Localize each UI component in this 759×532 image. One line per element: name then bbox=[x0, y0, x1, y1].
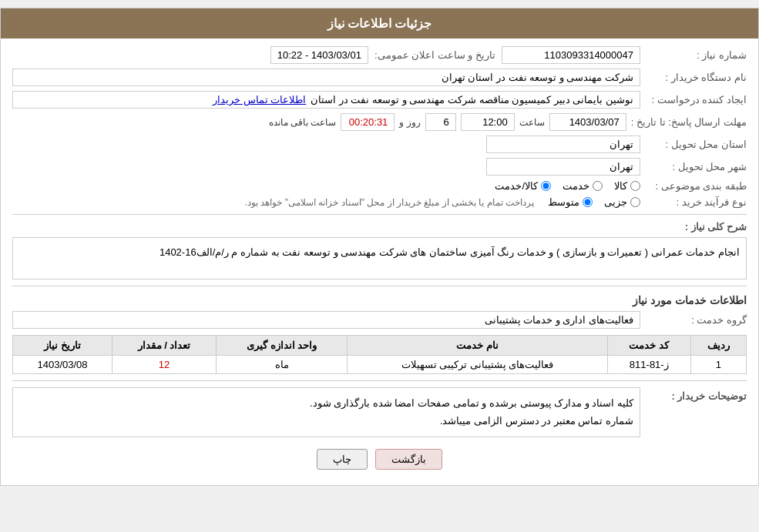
mohlat-inner: 1403/03/07 ساعت 12:00 6 روز و 00:20:31 س… bbox=[12, 113, 626, 131]
tabaqe-kala: کالا bbox=[614, 180, 640, 192]
notes-box: کلیه اسناد و مدارک پیوستی برشده و تمامی … bbox=[12, 387, 640, 437]
ejad-text: نوشین بایمانی دبیر کمیسیون مناقصه شرکت م… bbox=[311, 94, 633, 105]
col-kod: کد خدمت bbox=[607, 336, 690, 356]
table-row: 1 ز-81-811 فعالیت‌های پشتیبانی ترکیبی تس… bbox=[13, 356, 747, 374]
goroh-value: فعالیت‌های اداری و خدمات پشتیبانی bbox=[12, 311, 640, 329]
notes-line1: کلیه اسناد و مدارک پیوستی برشده و تمامی … bbox=[19, 394, 633, 412]
mohlat-label: مهلت ارسال پاسخ: تا تاریخ : bbox=[631, 116, 747, 128]
services-table-section: ردیف کد خدمت نام خدمت واحد اندازه گیری ت… bbox=[12, 335, 747, 374]
ostan-row: استان محل تحویل : تهران bbox=[12, 136, 747, 153]
page-header: جزئیات اطلاعات نیاز bbox=[1, 8, 758, 38]
tabaqe-options: کالا خدمت کالا/خدمت bbox=[495, 180, 640, 192]
table-body: 1 ز-81-811 فعالیت‌های پشتیبانی ترکیبی تس… bbox=[13, 356, 747, 374]
cell-tedad: 12 bbox=[113, 356, 217, 374]
tabaqe-kala-khedmat-label: کالا/خدمت bbox=[495, 180, 538, 192]
saat-value: 12:00 bbox=[461, 113, 515, 131]
fara-motavas: متوسط bbox=[548, 196, 593, 208]
saat-label: ساعت bbox=[519, 117, 545, 128]
sharh-row: شرح کلی نیاز : bbox=[12, 221, 747, 233]
dasgah-value: شرکت مهندسی و توسعه نفت در استان تهران bbox=[12, 69, 640, 86]
sharh-value: انجام خدمات عمرانی ( تعمیرات و بازسازی )… bbox=[160, 246, 740, 258]
col-name: نام خدمت bbox=[348, 336, 608, 356]
notes-label: توضیحات خریدار : bbox=[646, 387, 747, 402]
cell-vahed: ماه bbox=[217, 356, 348, 374]
col-vahed: واحد اندازه گیری bbox=[217, 336, 348, 356]
rooz-label: روز و bbox=[399, 117, 420, 128]
ejad-row: ایجاد کننده درخواست : نوشین بایمانی دبیر… bbox=[12, 91, 747, 109]
cell-radif: 1 bbox=[690, 356, 746, 374]
fara-label: نوع فرآیند خرید : bbox=[646, 196, 747, 208]
niyaz-label: شماره نیاز : bbox=[646, 49, 747, 61]
page-wrapper: جزئیات اطلاعات نیاز شماره نیاز : 1103093… bbox=[0, 8, 759, 486]
tabaqe-kala-khedmat: کالا/خدمت bbox=[495, 180, 551, 192]
fara-jozi-label: جزیی bbox=[604, 196, 627, 208]
fara-jozi-radio[interactable] bbox=[630, 197, 640, 207]
fara-options: جزیی متوسط bbox=[548, 196, 640, 208]
tabaqe-khedmat-radio[interactable] bbox=[593, 181, 603, 191]
mande-label: ساعت باقی مانده bbox=[269, 117, 337, 128]
mohlat-row: مهلت ارسال پاسخ: تا تاریخ : 1403/03/07 س… bbox=[12, 113, 747, 131]
rooz-value: 6 bbox=[425, 113, 456, 131]
mande-value: 00:20:31 bbox=[341, 113, 395, 131]
fara-jozi: جزیی bbox=[604, 196, 640, 208]
fara-row: نوع فرآیند خرید : جزیی متوسط پرداخت تمام… bbox=[12, 196, 747, 208]
divider-3 bbox=[12, 380, 747, 381]
tabaqe-khedmat-label: خدمت bbox=[563, 180, 589, 192]
back-button[interactable]: بازگشت bbox=[375, 449, 442, 470]
ejad-link[interactable]: اطلاعات تماس خریدار bbox=[213, 94, 306, 105]
ejad-value: نوشین بایمانی دبیر کمیسیون مناقصه شرکت م… bbox=[12, 91, 640, 109]
ostan-value: تهران bbox=[486, 136, 640, 153]
fara-motavas-radio[interactable] bbox=[583, 197, 593, 207]
dasgah-row: نام دستگاه خریدار : شرکت مهندسی و توسعه … bbox=[12, 69, 747, 86]
ostan-label: استان محل تحویل : bbox=[646, 139, 747, 150]
ejad-label: ایجاد کننده درخواست : bbox=[646, 94, 747, 105]
tabaqe-khedmat: خدمت bbox=[563, 180, 603, 192]
shahr-label: شهر محل تحویل : bbox=[646, 161, 747, 172]
niyaz-row: شماره نیاز : 1103093314000047 تاریخ و سا… bbox=[12, 46, 747, 64]
niyaz-value: 1103093314000047 bbox=[502, 46, 640, 64]
shahr-row: شهر محل تحویل : تهران bbox=[12, 158, 747, 176]
print-button[interactable]: چاپ bbox=[317, 449, 368, 470]
content-area: شماره نیاز : 1103093314000047 تاریخ و سا… bbox=[1, 38, 758, 485]
col-radif: ردیف bbox=[690, 336, 746, 356]
button-row: بازگشت چاپ bbox=[12, 449, 747, 470]
col-tedad: تعداد / مقدار bbox=[113, 336, 217, 356]
divider-1 bbox=[12, 214, 747, 215]
cell-tarikh: 1403/03/08 bbox=[13, 356, 113, 374]
aalan-value: 1403/03/01 - 10:22 bbox=[270, 46, 368, 64]
table-head: ردیف کد خدمت نام خدمت واحد اندازه گیری ت… bbox=[13, 336, 747, 356]
goroh-label: گروه خدمت : bbox=[646, 314, 747, 326]
page-title: جزئیات اطلاعات نیاز bbox=[327, 17, 432, 30]
khedmat-section-title: اطلاعات خدمات مورد نیاز bbox=[12, 294, 747, 306]
tabaqe-kala-radio[interactable] bbox=[630, 181, 640, 191]
tabaqe-row: طبقه بندی موضوعی : کالا خدمت کالا/خدمت bbox=[12, 180, 747, 192]
services-table: ردیف کد خدمت نام خدمت واحد اندازه گیری ت… bbox=[12, 335, 747, 374]
goroh-row: گروه خدمت : فعالیت‌های اداری و خدمات پشت… bbox=[12, 311, 747, 329]
notes-row: توضیحات خریدار : کلیه اسناد و مدارک پیوس… bbox=[12, 387, 747, 437]
table-header-row: ردیف کد خدمت نام خدمت واحد اندازه گیری ت… bbox=[13, 336, 747, 356]
shahr-value: تهران bbox=[486, 158, 640, 176]
sharh-label: شرح کلی نیاز : bbox=[646, 221, 747, 233]
tabaqe-label: طبقه بندی موضوعی : bbox=[646, 180, 747, 192]
fara-motavas-label: متوسط bbox=[548, 196, 579, 208]
sharh-box: انجام خدمات عمرانی ( تعمیرات و بازسازی )… bbox=[12, 237, 747, 279]
col-tarikh: تاریخ نیاز bbox=[13, 336, 113, 356]
dasgah-label: نام دستگاه خریدار : bbox=[646, 72, 747, 83]
cell-kod: ز-81-811 bbox=[607, 356, 690, 374]
tabaqe-kala-label: کالا bbox=[614, 180, 627, 192]
divider-2 bbox=[12, 286, 747, 286]
aalan-label: تاریخ و ساعت اعلان عمومی: bbox=[374, 49, 495, 61]
date-value: 1403/03/07 bbox=[549, 113, 626, 131]
cell-name: فعالیت‌های پشتیبانی ترکیبی تسهیلات bbox=[348, 356, 608, 374]
tabaqe-kala-khedmat-radio[interactable] bbox=[541, 181, 551, 191]
notes-line2: شماره تماس معتبر در دسترس الزامی میباشد. bbox=[19, 412, 633, 430]
fara-hint: پرداخت تمام یا بخشی از مبلغ خریدار از مح… bbox=[245, 197, 534, 208]
